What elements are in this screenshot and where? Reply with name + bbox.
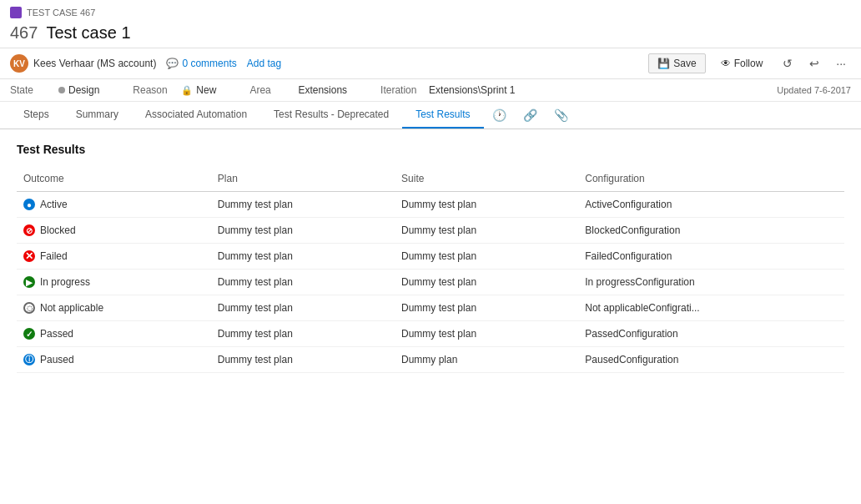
- comment-icon: 💬: [166, 58, 179, 69]
- outcome-label-3: In progress: [40, 276, 90, 288]
- iteration-label: Iteration: [380, 84, 422, 96]
- comments-count: 0 comments: [182, 58, 236, 69]
- config-cell-4: Not applicableConfigrati...: [578, 295, 844, 321]
- outcome-cell-0: ● Active: [17, 192, 211, 218]
- outcome-cell-4: ◌ Not applicable: [17, 295, 211, 321]
- config-cell-6: PausedConfiguration: [578, 347, 844, 373]
- work-item-id: 467: [10, 23, 38, 43]
- suite-cell-0: Dummy test plan: [395, 192, 578, 218]
- table-row: ◌ Not applicable Dummy test plan Dummy t…: [17, 295, 844, 321]
- save-icon: 💾: [657, 58, 670, 69]
- outcome-cell-2: ✕ Failed: [17, 244, 211, 270]
- content-area: Test Results Outcome Plan Suite Configur…: [0, 129, 861, 475]
- plan-cell-1: Dummy test plan: [211, 218, 395, 244]
- suite-cell-2: Dummy test plan: [395, 244, 578, 270]
- config-cell-2: FailedConfiguration: [578, 244, 844, 270]
- save-button[interactable]: 💾 Save: [648, 53, 705, 73]
- plan-cell-6: Dummy test plan: [211, 347, 395, 373]
- outcome-icon-1: ⊘: [23, 224, 35, 236]
- suite-cell-5: Dummy test plan: [395, 321, 578, 347]
- plan-cell-3: Dummy test plan: [211, 270, 395, 295]
- save-label: Save: [673, 58, 696, 69]
- table-row: ▶ In progress Dummy test plan Dummy test…: [17, 270, 844, 295]
- table-row: ✓ Passed Dummy test plan Dummy test plan…: [17, 321, 844, 347]
- reason-text: New: [196, 84, 216, 96]
- follow-button[interactable]: 👁 Follow: [712, 54, 772, 73]
- refresh-button[interactable]: ↺: [778, 53, 798, 73]
- add-tag-link[interactable]: Add tag: [247, 58, 281, 69]
- table-row: ● Active Dummy test plan Dummy test plan…: [17, 192, 844, 218]
- state-group: State Design: [10, 84, 99, 96]
- col-plan: Plan: [211, 169, 395, 192]
- tab-test-results-deprecated[interactable]: Test Results - Deprecated: [260, 102, 402, 129]
- config-cell-3: In progressConfiguration: [578, 270, 844, 295]
- outcome-cell-6: ⓘ Paused: [17, 347, 211, 373]
- iteration-value: Extensions\Sprint 1: [429, 84, 515, 96]
- toolbar-right: 💾 Save 👁 Follow ↺ ↩ ···: [648, 53, 851, 73]
- config-cell-1: BlockedConfiguration: [578, 218, 844, 244]
- outcome-cell-3: ▶ In progress: [17, 270, 211, 295]
- suite-cell-4: Dummy test plan: [395, 295, 578, 321]
- tab-associated-automation[interactable]: Associated Automation: [132, 102, 260, 129]
- config-cell-5: PassedConfiguration: [578, 321, 844, 347]
- results-table: Outcome Plan Suite Configuration ● Activ…: [17, 169, 844, 373]
- plan-cell-5: Dummy test plan: [211, 321, 395, 347]
- reason-label: Reason: [133, 84, 174, 96]
- test-case-icon: [10, 7, 22, 18]
- table-row: ⓘ Paused Dummy test plan Dummy plan Paus…: [17, 347, 844, 373]
- table-header-row: Outcome Plan Suite Configuration: [17, 169, 844, 192]
- outcome-icon-4: ◌: [23, 302, 35, 314]
- reason-group: Reason 🔒 New: [133, 84, 216, 96]
- history-button[interactable]: 🕐: [484, 103, 515, 127]
- tab-steps[interactable]: Steps: [10, 102, 63, 129]
- iteration-text: Extensions\Sprint 1: [429, 84, 515, 96]
- plan-cell-2: Dummy test plan: [211, 244, 395, 270]
- top-bar: TEST CASE 467 467 Test case 1: [0, 0, 861, 48]
- area-group: Area Extensions: [249, 84, 347, 96]
- state-value: Design: [58, 84, 99, 96]
- config-cell-0: ActiveConfiguration: [578, 192, 844, 218]
- outcome-icon-0: ●: [23, 199, 35, 210]
- area-text: Extensions: [298, 84, 347, 96]
- attachment-button[interactable]: 📎: [546, 103, 577, 127]
- toolbar-left: KV Kees Verhaar (MS account) 💬 0 comment…: [10, 54, 281, 73]
- undo-button[interactable]: ↩: [804, 53, 824, 73]
- user-name: Kees Verhaar (MS account): [33, 58, 156, 69]
- link-button[interactable]: 🔗: [515, 103, 546, 127]
- col-suite: Suite: [395, 169, 578, 192]
- outcome-label-4: Not applicable: [40, 302, 103, 314]
- outcome-label-6: Paused: [40, 354, 74, 365]
- fields-row: State Design Reason 🔒 New Area Extension…: [0, 79, 861, 102]
- state-text: Design: [68, 84, 99, 96]
- follow-label: Follow: [734, 58, 763, 69]
- work-item-name: Test case 1: [46, 23, 130, 43]
- suite-cell-3: Dummy test plan: [395, 270, 578, 295]
- col-configuration: Configuration: [578, 169, 844, 192]
- lock-icon: 🔒: [181, 85, 193, 96]
- suite-cell-6: Dummy plan: [395, 347, 578, 373]
- work-item-type: TEST CASE 467: [10, 3, 851, 20]
- outcome-label-2: Failed: [40, 250, 68, 262]
- outcome-icon-2: ✕: [23, 250, 35, 262]
- outcome-label-1: Blocked: [40, 224, 76, 236]
- comments-link[interactable]: 💬 0 comments: [166, 58, 236, 69]
- toolbar: KV Kees Verhaar (MS account) 💬 0 comment…: [0, 48, 861, 79]
- table-row: ⊘ Blocked Dummy test plan Dummy test pla…: [17, 218, 844, 244]
- table-row: ✕ Failed Dummy test plan Dummy test plan…: [17, 244, 844, 270]
- tabs-row: Steps Summary Associated Automation Test…: [0, 102, 861, 129]
- col-outcome: Outcome: [17, 169, 211, 192]
- updated-info: Updated 7-6-2017: [777, 85, 851, 95]
- outcome-cell-5: ✓ Passed: [17, 321, 211, 347]
- work-item-title-row: 467 Test case 1: [10, 20, 851, 48]
- suite-cell-1: Dummy test plan: [395, 218, 578, 244]
- tab-test-results[interactable]: Test Results: [402, 102, 483, 129]
- outcome-label-0: Active: [40, 199, 68, 210]
- tab-summary[interactable]: Summary: [63, 102, 132, 129]
- more-button[interactable]: ···: [831, 53, 851, 73]
- outcome-cell-1: ⊘ Blocked: [17, 218, 211, 244]
- reason-value: 🔒 New: [181, 84, 216, 96]
- eye-icon: 👁: [721, 58, 731, 69]
- outcome-icon-6: ⓘ: [23, 354, 35, 365]
- user-info: KV Kees Verhaar (MS account): [10, 54, 156, 73]
- area-label: Area: [249, 84, 291, 96]
